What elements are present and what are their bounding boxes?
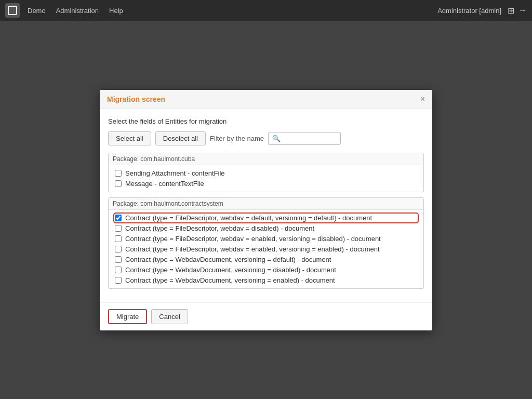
p2i2-checkbox[interactable] xyxy=(115,225,122,232)
dialog-title-plain: Migration xyxy=(107,95,142,103)
topbar-icons: ⊞ → xyxy=(508,6,527,16)
nav-help[interactable]: Help xyxy=(109,7,123,15)
dialog-body: Select the fields of Entities for migrat… xyxy=(100,109,432,302)
p1i1-label[interactable]: Sending Attachment - contentFile xyxy=(125,169,225,177)
app-logo[interactable] xyxy=(5,3,20,18)
p2i6-label[interactable]: Contract (type = WebdavDocument, version… xyxy=(125,266,336,274)
dialog-footer: Migrate Cancel xyxy=(100,302,432,330)
dialog-subtitle: Select the fields of Entities for migrat… xyxy=(108,117,424,125)
list-item: Contract (type = FileDescriptor, webdav … xyxy=(115,245,417,253)
logout-icon[interactable]: → xyxy=(518,6,527,16)
dialog-title: Migration screen xyxy=(107,95,165,103)
p1i1-checkbox[interactable] xyxy=(115,170,122,177)
list-item: Contract (type = FileDescriptor, webdav … xyxy=(115,235,417,243)
p2i5-checkbox[interactable] xyxy=(115,256,122,263)
dialog-close-button[interactable]: × xyxy=(420,95,425,103)
list-item: Message - contentTextFile xyxy=(115,180,417,188)
p2i3-label[interactable]: Contract (type = FileDescriptor, webdav … xyxy=(125,235,381,243)
dialog-toolbar: Select all Deselect all Filter by the na… xyxy=(108,131,424,145)
p2i5-label[interactable]: Contract (type = WebdavDocument, version… xyxy=(125,256,331,263)
list-item: Contract (type = WebdavDocument, version… xyxy=(115,256,417,263)
grid-icon[interactable]: ⊞ xyxy=(508,6,514,16)
dialog-title-colored: screen xyxy=(142,95,165,103)
list-item: Contract (type = WebdavDocument, version… xyxy=(115,276,417,284)
main-nav: Demo Administration Help xyxy=(28,7,123,15)
package-contract-legend: Package: com.haulmont.contractsystem xyxy=(109,198,423,210)
list-item: Contract (type = WebdavDocument, version… xyxy=(115,266,417,274)
p2i4-checkbox[interactable] xyxy=(115,246,122,252)
package-cuba-items: Sending Attachment - contentFile Message… xyxy=(109,165,423,192)
nav-administration[interactable]: Administration xyxy=(56,7,99,15)
p2i1-checkbox[interactable] xyxy=(115,215,122,221)
search-wrap: 🔍 xyxy=(268,132,341,145)
list-item: Contract (type = FileDescriptor, webdav … xyxy=(115,214,417,222)
nav-demo[interactable]: Demo xyxy=(28,7,46,15)
package-contract-items: Contract (type = FileDescriptor, webdav … xyxy=(109,210,423,288)
topbar: Demo Administration Help Administrator [… xyxy=(0,0,532,21)
p1i2-checkbox[interactable] xyxy=(115,180,122,187)
cancel-button[interactable]: Cancel xyxy=(151,309,188,324)
select-all-button[interactable]: Select all xyxy=(108,131,151,145)
p2i7-checkbox[interactable] xyxy=(115,277,122,284)
deselect-all-button[interactable]: Deselect all xyxy=(155,131,206,145)
backdrop: Migration screen × Select the fields of … xyxy=(0,21,532,399)
migration-dialog: Migration screen × Select the fields of … xyxy=(100,90,432,330)
filter-label: Filter by the name xyxy=(210,135,264,142)
list-item: Contract (type = FileDescriptor, webdav … xyxy=(115,224,417,232)
dialog-header: Migration screen × xyxy=(100,90,432,109)
p2i6-checkbox[interactable] xyxy=(115,267,122,273)
p2i2-label[interactable]: Contract (type = FileDescriptor, webdav … xyxy=(125,224,314,232)
p2i4-label[interactable]: Contract (type = FileDescriptor, webdav … xyxy=(125,245,380,253)
topbar-right: Administrator [admin] ⊞ → xyxy=(437,6,527,16)
p2i1-label[interactable]: Contract (type = FileDescriptor, webdav … xyxy=(125,214,372,222)
p1i2-label[interactable]: Message - contentTextFile xyxy=(125,180,204,188)
package-cuba-legend: Package: com.haulmont.cuba xyxy=(109,153,423,165)
migrate-button[interactable]: Migrate xyxy=(108,309,147,324)
package-group-cuba: Package: com.haulmont.cuba Sending Attac… xyxy=(108,153,424,192)
search-icon: 🔍 xyxy=(272,135,281,142)
package-group-contractsystem: Package: com.haulmont.contractsystem Con… xyxy=(108,197,424,289)
p2i3-checkbox[interactable] xyxy=(115,235,122,242)
p2i7-label[interactable]: Contract (type = WebdavDocument, version… xyxy=(125,276,335,284)
list-item: Sending Attachment - contentFile xyxy=(115,169,417,177)
user-label: Administrator [admin] xyxy=(437,7,501,15)
